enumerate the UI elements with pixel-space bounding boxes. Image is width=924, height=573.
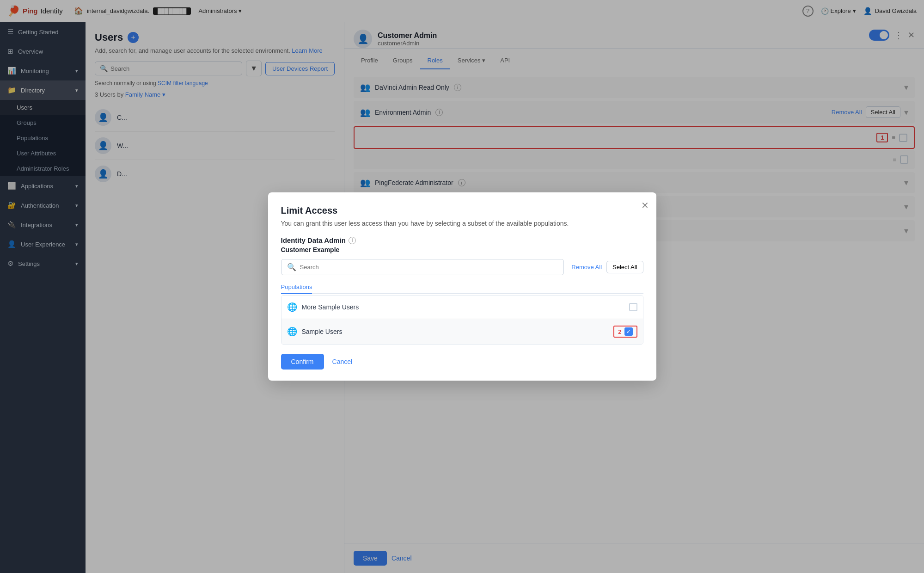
- modal-search-bar[interactable]: 🔍: [281, 259, 564, 275]
- modal-env-name: Customer Example: [281, 246, 643, 253]
- modal-cancel-button[interactable]: Cancel: [328, 354, 357, 370]
- modal-role-info-icon[interactable]: i: [349, 237, 356, 244]
- pop-item-left: 🌐 More Sample Users: [287, 302, 359, 312]
- globe-icon-more: 🌐: [287, 302, 297, 312]
- modal-select-all-button[interactable]: Select All: [606, 261, 643, 273]
- sample-badge-wrapper: 2 ✓: [613, 326, 637, 338]
- modal-description: You can grant this user less access than…: [281, 220, 643, 227]
- populations-list: 🌐 More Sample Users 🌐 Sample Users 2 ✓: [281, 295, 643, 345]
- modal-search-icon: 🔍: [287, 263, 296, 271]
- pop-right-sample: 2 ✓: [613, 326, 637, 338]
- modal-remove-all-button[interactable]: Remove All: [571, 264, 602, 271]
- modal-tab-populations[interactable]: Populations: [281, 280, 312, 294]
- modal-footer: Confirm Cancel: [281, 354, 643, 370]
- modal-role-name: Identity Data Admin i: [281, 236, 643, 244]
- population-checkbox-more[interactable]: [629, 303, 637, 311]
- population-sample-users: 🌐 Sample Users 2 ✓: [281, 319, 643, 344]
- modal-search-input[interactable]: [300, 264, 558, 271]
- modal-action-buttons: Remove All Select All: [571, 261, 643, 273]
- modal-overlay: ✕ Limit Access You can grant this user l…: [0, 0, 924, 573]
- population-checkbox-sample[interactable]: ✓: [624, 327, 633, 336]
- population-name-sample: Sample Users: [302, 328, 343, 335]
- confirm-button[interactable]: Confirm: [281, 354, 324, 370]
- population-name-more: More Sample Users: [302, 303, 359, 311]
- limit-access-modal: ✕ Limit Access You can grant this user l…: [268, 192, 656, 381]
- badge-2: 2: [618, 328, 621, 335]
- modal-close-button[interactable]: ✕: [641, 200, 649, 211]
- pop-item-right: [629, 303, 637, 311]
- globe-icon-sample: 🌐: [287, 327, 297, 337]
- modal-tabs: Populations: [281, 279, 643, 294]
- pop-item-left-sample: 🌐 Sample Users: [287, 327, 343, 337]
- population-more-sample: 🌐 More Sample Users: [281, 296, 643, 319]
- modal-title: Limit Access: [281, 205, 643, 216]
- modal-search-actions-row: 🔍 Remove All Select All: [281, 259, 643, 275]
